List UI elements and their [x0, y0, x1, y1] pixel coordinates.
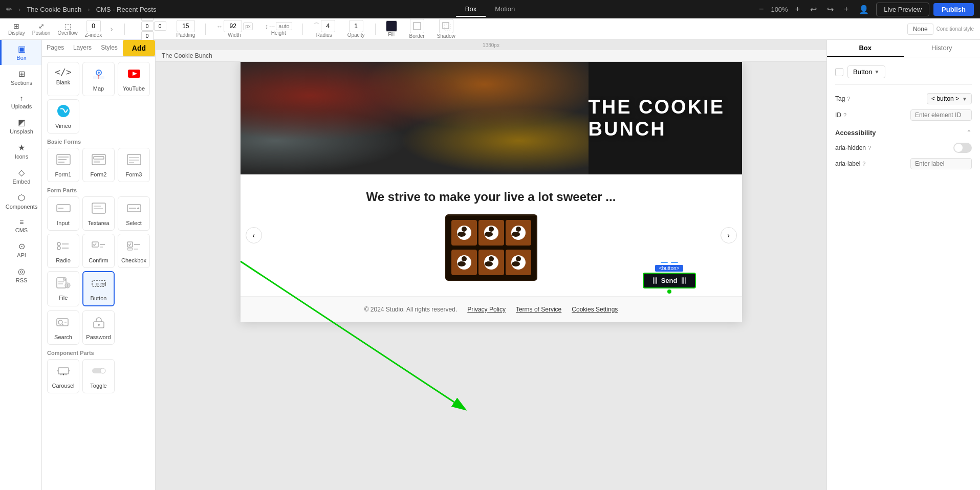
accessibility-header: Accessibility ⌃	[835, 129, 972, 137]
element-file[interactable]: File	[47, 271, 79, 306]
tab-motion[interactable]: Motion	[486, 2, 524, 17]
overflow-tool[interactable]: ⬚ Overflow	[55, 21, 79, 37]
breadcrumb-page[interactable]: CMS - Recent Posts	[96, 6, 157, 13]
add-button[interactable]: Add	[123, 40, 155, 56]
sections-icon: ⊞	[18, 69, 25, 79]
canvas-scroll[interactable]: THE COOKIE BUNCH ‹ We strive to make you…	[156, 62, 826, 490]
element-carousel[interactable]: Carousel	[47, 359, 79, 393]
redo-btn[interactable]: ↪	[824, 4, 837, 15]
search-icon	[56, 315, 71, 332]
right-panel: Box History Button ▼ Tag ? < button >	[826, 40, 980, 490]
element-radio[interactable]: Radio	[47, 234, 79, 268]
element-checkbox[interactable]: Checkbox	[118, 234, 150, 268]
sidebar-item-api[interactable]: ⊙ API	[0, 237, 41, 262]
element-blank-label: Blank	[56, 79, 71, 85]
right-tab-history[interactable]: History	[904, 40, 981, 57]
element-checkbox-selector[interactable]	[835, 68, 843, 76]
padding-input[interactable]	[177, 20, 195, 32]
drop-indicator: <button> Send	[643, 262, 696, 294]
element-toggle[interactable]: Toggle	[82, 359, 115, 393]
aria-hidden-toggle[interactable]	[953, 143, 972, 153]
zoom-in-btn[interactable]: +	[792, 4, 803, 15]
element-blank[interactable]: </> Blank	[47, 62, 79, 96]
tab-styles[interactable]: Styles	[96, 40, 123, 56]
shadow-btn[interactable]	[439, 19, 453, 33]
footer-tos[interactable]: Terms of Service	[516, 306, 561, 313]
live-preview-btn[interactable]: Live Preview	[876, 3, 929, 16]
element-search[interactable]: Search	[47, 310, 79, 345]
element-form3[interactable]: Form3	[118, 148, 150, 182]
footer-cookies[interactable]: Cookies Settings	[572, 306, 618, 313]
user-icon[interactable]: 👤	[856, 4, 872, 15]
sidebar-item-uploads[interactable]: ↑ Uploads	[0, 90, 41, 114]
width-unit[interactable]: px	[243, 23, 253, 30]
button-type-btn[interactable]: Button ▼	[847, 65, 885, 78]
height-group: ↕ --- auto Height	[263, 21, 294, 37]
carousel-next-btn[interactable]: ›	[721, 227, 737, 243]
accessibility-collapse-btn[interactable]: ⌃	[966, 129, 972, 137]
display-tool[interactable]: ⊞ Display	[6, 21, 27, 37]
canvas-area: 1380px The Cookie Bunch THE COOKIE BUNCH…	[156, 40, 826, 490]
element-form1[interactable]: Form1	[47, 148, 79, 182]
sidebar-item-box[interactable]: ▣ Box	[0, 40, 41, 65]
margin-right-input[interactable]	[154, 21, 166, 31]
zindex-tool[interactable]: Z-index	[83, 19, 104, 39]
width-input[interactable]	[224, 20, 242, 32]
tab-layers[interactable]: Layers	[69, 40, 96, 56]
id-help-icon[interactable]: ?	[843, 112, 846, 118]
right-tab-box[interactable]: Box	[827, 40, 904, 57]
sidebar-item-sections[interactable]: ⊞ Sections	[0, 65, 41, 90]
fill-color[interactable]	[386, 20, 397, 32]
element-map[interactable]: Map	[82, 62, 115, 96]
api-icon: ⊙	[18, 241, 25, 251]
element-textarea[interactable]: Textarea	[82, 196, 115, 231]
sidebar-item-cms[interactable]: ≡ CMS	[0, 214, 41, 237]
radius-input[interactable]	[321, 20, 335, 32]
tag-help-icon[interactable]: ?	[847, 96, 850, 102]
publish-btn[interactable]: Publish	[933, 3, 974, 16]
element-select[interactable]: Select	[118, 196, 150, 231]
sidebar-item-label-uploads: Uploads	[11, 103, 32, 109]
element-youtube[interactable]: YouTube	[118, 62, 150, 96]
svg-point-74	[458, 261, 466, 266]
sidebar-item-embed[interactable]: ◇ Embed	[0, 164, 41, 189]
sidebar-item-label-rss: RSS	[16, 277, 28, 283]
element-confirm[interactable]: Confirm	[82, 234, 115, 268]
id-input[interactable]	[910, 109, 972, 121]
left-sidebar: ▣ Box ⊞ Sections ↑ Uploads ◩ Unsplash ★ …	[0, 40, 42, 490]
sidebar-item-rss[interactable]: ◎ RSS	[0, 262, 41, 287]
aria-label-help-icon[interactable]: ?	[862, 161, 865, 167]
opacity-input[interactable]	[349, 20, 363, 32]
element-type-selector: Button ▼	[835, 65, 972, 85]
aria-hidden-help-icon[interactable]: ?	[868, 145, 871, 151]
element-input[interactable]: Input	[47, 196, 79, 231]
svg-point-81	[516, 256, 521, 261]
element-password[interactable]: Password	[82, 310, 115, 345]
tag-selector[interactable]: < button > ▼	[927, 93, 972, 104]
tab-box[interactable]: Box	[456, 2, 486, 17]
tab-pages[interactable]: Pages	[42, 40, 69, 56]
element-button[interactable]: Button Button	[82, 271, 115, 306]
height-value[interactable]: auto	[276, 22, 292, 30]
undo-btn[interactable]: ↩	[807, 4, 820, 15]
margin-bottom-input[interactable]	[141, 31, 154, 40]
position-tool[interactable]: ⤢ Position	[30, 21, 53, 37]
expand-btn[interactable]: ›	[107, 24, 116, 35]
sidebar-item-unsplash[interactable]: ◩ Unsplash	[0, 114, 41, 139]
add-page-btn[interactable]: +	[841, 4, 852, 15]
sidebar-item-icons[interactable]: ★ Icons	[0, 139, 41, 164]
breadcrumb-site[interactable]: The Cookie Bunch	[27, 6, 81, 13]
sidebar-item-components[interactable]: ⬡ Components	[0, 189, 41, 214]
chevron-down-icon: ▼	[875, 69, 880, 75]
carousel-prev-btn[interactable]: ‹	[246, 227, 262, 243]
svg-rect-0	[413, 23, 421, 30]
element-vimeo[interactable]: Vimeo	[47, 99, 79, 133]
zindex-input[interactable]	[86, 20, 101, 32]
aria-label-input[interactable]	[910, 158, 972, 169]
zoom-out-btn[interactable]: −	[756, 4, 767, 15]
element-form2[interactable]: Form2	[82, 148, 115, 182]
border-btn[interactable]	[410, 19, 424, 33]
margin-left-input[interactable]	[141, 21, 154, 31]
footer-privacy[interactable]: Privacy Policy	[467, 306, 506, 313]
none-btn[interactable]: None	[907, 24, 933, 35]
